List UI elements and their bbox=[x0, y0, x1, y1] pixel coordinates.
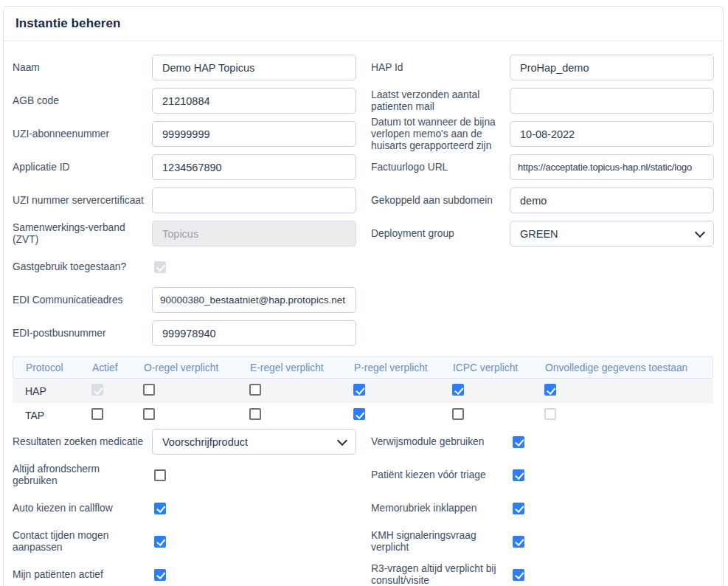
uzi-servercertificaat-input[interactable] bbox=[152, 187, 356, 213]
patient-kiezen-label: Patiënt kiezen vóór triage bbox=[371, 469, 510, 481]
row-name: TAP bbox=[25, 410, 91, 421]
mijn-patienten-checkbox[interactable] bbox=[154, 569, 166, 581]
hap-id-label: HAP Id bbox=[371, 62, 510, 74]
protocol-table-header: Protocol Actief O-regel verplicht E-rege… bbox=[13, 356, 713, 379]
kmh-label: KMH signaleringsvraag verplicht bbox=[371, 530, 510, 554]
contact-tijden-checkbox[interactable] bbox=[154, 536, 166, 548]
hap-id-input[interactable]: ProHap_demo bbox=[510, 55, 714, 80]
subdomein-field: Gekoppeld aan subdomein demo bbox=[371, 187, 717, 213]
subdomein-input[interactable]: demo bbox=[510, 187, 714, 213]
table-row-hap: HAP bbox=[13, 379, 713, 403]
laatst-verzonden-field: Laatst verzonden aantal patienten mail bbox=[371, 88, 717, 114]
afrondscherm-checkbox[interactable] bbox=[154, 469, 166, 481]
factuurlogo-url-label: Factuurlogo URL bbox=[371, 162, 510, 173]
datum-memo-field: Datum tot wanneer de bijna verlopen memo… bbox=[371, 121, 717, 147]
kmh-checkbox[interactable] bbox=[513, 536, 524, 548]
card-header: Instantie beheren bbox=[4, 7, 723, 41]
agb-code-input[interactable]: 21210884 bbox=[152, 88, 356, 114]
col-icpc: ICPC verplicht bbox=[453, 362, 545, 373]
hap-e-regel-checkbox[interactable] bbox=[249, 384, 261, 396]
verwijsmodule-label: Verwijsmodule gebruiken bbox=[371, 436, 510, 448]
r3-vragen-field: R3-vragen altijd verplicht bij consult/v… bbox=[371, 562, 717, 586]
table-row-tap: TAP bbox=[13, 403, 713, 427]
factuurlogo-url-input[interactable]: https://acceptatie.topicus-hap.nl/static… bbox=[510, 154, 714, 180]
tap-onvolledig-checkbox bbox=[544, 408, 556, 420]
naam-input[interactable]: Demo HAP Topicus bbox=[152, 55, 356, 80]
col-p-regel: P-regel verplicht bbox=[354, 362, 453, 373]
subdomein-label: Gekoppeld aan subdomein bbox=[371, 195, 510, 207]
col-actief: Actief bbox=[92, 362, 144, 373]
tap-actief-checkbox[interactable] bbox=[91, 408, 103, 420]
deployment-group-label: Deployment group bbox=[371, 228, 510, 240]
afrondscherm-label: Altijd afrondscherm gebruiken bbox=[13, 463, 152, 487]
r3-vragen-label: R3-vragen altijd verplicht bij consult/v… bbox=[371, 563, 510, 586]
medicatie-label: Resultaten zoeken medicatie bbox=[13, 436, 152, 448]
page-title: Instantie beheren bbox=[15, 16, 120, 31]
hap-actief-checkbox bbox=[91, 384, 103, 396]
hap-id-field: HAP Id ProHap_demo bbox=[371, 55, 717, 80]
verwijsmodule-field: Verwijsmodule gebruiken bbox=[371, 429, 717, 455]
r3-vragen-checkbox[interactable] bbox=[513, 569, 524, 581]
mijn-patienten-field: Mijn patiënten actief bbox=[13, 562, 359, 586]
hap-icpc-checkbox[interactable] bbox=[452, 384, 464, 396]
patient-kiezen-field: Patiënt kiezen vóór triage bbox=[371, 462, 717, 488]
edi-adres-input[interactable]: 90000380_bestaatniet@hap.protopics.net bbox=[152, 287, 356, 313]
laatst-verzonden-input[interactable] bbox=[510, 88, 714, 114]
medicatie-value: Voorschrijfproduct bbox=[162, 436, 248, 448]
edi-adres-label: EDI Communicatieadres bbox=[13, 294, 152, 306]
row-name: HAP bbox=[25, 385, 91, 397]
uzi-abonneenummer-input[interactable]: 99999999 bbox=[152, 121, 356, 147]
agb-code-field: AGB code 21210884 bbox=[13, 88, 359, 114]
kmh-field: KMH signaleringsvraag verplicht bbox=[371, 528, 717, 554]
gastgebruik-checkbox bbox=[154, 261, 166, 273]
zvt-field: Samenwerkings-verband (ZVT) Topicus bbox=[13, 221, 359, 247]
verwijsmodule-checkbox[interactable] bbox=[513, 436, 524, 448]
col-e-regel: E-regel verplicht bbox=[250, 362, 354, 373]
chevron-down-icon bbox=[695, 227, 705, 237]
naam-label: Naam bbox=[13, 62, 152, 74]
naam-field: Naam Demo HAP Topicus bbox=[13, 55, 359, 80]
edi-adres-field: EDI Communicatieadres 90000380_bestaatni… bbox=[13, 287, 359, 313]
instance-manage-card: Instantie beheren Naam Demo HAP Topicus … bbox=[3, 6, 724, 586]
hap-o-regel-checkbox[interactable] bbox=[143, 384, 155, 396]
chevron-down-icon bbox=[337, 435, 347, 445]
medicatie-select[interactable]: Voorschrijfproduct bbox=[152, 429, 356, 455]
hap-p-regel-checkbox[interactable] bbox=[353, 384, 365, 396]
memorubriek-label: Memorubriek inklappen bbox=[371, 503, 510, 514]
contact-tijden-field: Contact tijden mogen aanpassen bbox=[13, 528, 359, 554]
medicatie-field: Resultaten zoeken medicatie Voorschrijfp… bbox=[13, 429, 359, 455]
zvt-label: Samenwerkings-verband (ZVT) bbox=[13, 222, 152, 246]
edi-postbus-label: EDI-postbusnummer bbox=[13, 328, 152, 339]
tap-icpc-checkbox[interactable] bbox=[452, 408, 464, 420]
col-onvolledig: Onvolledige gegevens toestaan bbox=[545, 362, 713, 373]
deployment-group-select[interactable]: GREEN bbox=[510, 221, 714, 247]
memorubriek-field: Memorubriek inklappen bbox=[371, 495, 717, 521]
datum-memo-input[interactable]: 10-08-2022 bbox=[510, 121, 714, 147]
auto-kiezen-label: Auto kiezen in callflow bbox=[13, 503, 152, 514]
agb-code-label: AGB code bbox=[13, 95, 152, 107]
uzi-servercertificaat-field: UZI nummer servercertificaat bbox=[13, 187, 359, 213]
afrondscherm-field: Altijd afrondscherm gebruiken bbox=[13, 462, 359, 488]
uzi-abonneenummer-field: UZI-abonneenummer 99999999 bbox=[13, 121, 359, 147]
tap-p-regel-checkbox[interactable] bbox=[353, 408, 365, 420]
gastgebruik-field: Gastgebruik toegestaan? bbox=[13, 254, 359, 280]
patient-kiezen-checkbox[interactable] bbox=[513, 469, 524, 481]
edi-postbus-input[interactable]: 999978940 bbox=[152, 320, 356, 346]
gastgebruik-label: Gastgebruik toegestaan? bbox=[13, 261, 152, 273]
contact-tijden-label: Contact tijden mogen aanpassen bbox=[13, 530, 152, 554]
laatst-verzonden-label: Laatst verzonden aantal patienten mail bbox=[371, 89, 510, 113]
memorubriek-checkbox[interactable] bbox=[513, 503, 524, 514]
col-o-regel: O-regel verplicht bbox=[144, 362, 250, 373]
tap-e-regel-checkbox[interactable] bbox=[249, 408, 261, 420]
zvt-input: Topicus bbox=[152, 221, 356, 247]
tap-o-regel-checkbox[interactable] bbox=[143, 408, 155, 420]
deployment-group-value: GREEN bbox=[520, 228, 558, 240]
factuurlogo-url-field: Factuurlogo URL https://acceptatie.topic… bbox=[371, 154, 717, 180]
col-protocol: Protocol bbox=[26, 362, 92, 373]
auto-kiezen-checkbox[interactable] bbox=[154, 503, 166, 514]
applicatie-id-field: Applicatie ID 1234567890 bbox=[13, 154, 359, 180]
hap-onvolledig-checkbox[interactable] bbox=[544, 384, 556, 396]
applicatie-id-input[interactable]: 1234567890 bbox=[152, 154, 356, 180]
uzi-abonneenummer-label: UZI-abonneenummer bbox=[13, 128, 152, 140]
auto-kiezen-field: Auto kiezen in callflow bbox=[13, 495, 359, 521]
